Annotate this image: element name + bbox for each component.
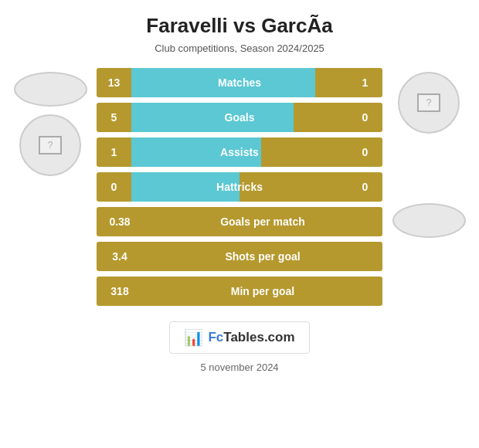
page-subtitle: Club competitions, Season 2024/2025: [8, 42, 471, 54]
logo-text: FcTables.com: [208, 330, 294, 345]
page-title: Faravelli vs GarcÃa: [8, 14, 471, 38]
left-avatars: ?: [8, 68, 93, 176]
stat-left-value: 1: [97, 146, 131, 158]
stat-label: Hattricks: [216, 181, 263, 193]
stat-row: 3.4Shots per goal: [97, 242, 382, 271]
right-team-logo-ellipse: [392, 203, 466, 238]
stat-label: Min per goal: [143, 285, 382, 297]
stat-bar-container: Matches: [131, 68, 348, 97]
stat-left-value: 5: [97, 111, 131, 124]
left-team-logo-ellipse: [14, 72, 87, 107]
stat-label: Matches: [218, 76, 261, 89]
logo-container: 📊 FcTables.com: [0, 321, 479, 354]
stat-right-value: 1: [348, 76, 382, 89]
stat-bar-container: Goals: [131, 103, 348, 132]
stat-right-value: 0: [348, 146, 382, 158]
stat-left-value: 318: [97, 285, 143, 297]
right-player-avatar: ?: [398, 72, 460, 134]
stat-label: Assists: [220, 146, 259, 158]
left-player-avatar: ?: [19, 114, 81, 176]
fctables-icon: 📊: [184, 328, 203, 347]
stat-left-value: 0: [97, 181, 131, 193]
stat-label: Goals per match: [143, 216, 382, 228]
stat-bar-fill: [131, 103, 294, 132]
stat-row: 5Goals0: [97, 103, 382, 132]
main-content: ? 13Matches15Goals01Assists00Hattricks00…: [0, 60, 479, 307]
stat-right-value: 0: [348, 181, 382, 193]
stat-row: 13Matches1: [97, 68, 382, 97]
stat-row: 0.38Goals per match: [97, 207, 382, 236]
stat-bar-container: Assists: [131, 137, 348, 167]
stat-label: Goals: [225, 111, 255, 124]
footer-date: 5 november 2024: [0, 361, 479, 373]
right-avatars: ?: [386, 68, 471, 238]
stat-row: 1Assists0: [97, 137, 382, 167]
stats-container: 13Matches15Goals01Assists00Hattricks00.3…: [93, 68, 386, 307]
stat-bar-container: Hattricks: [131, 172, 348, 202]
header: Faravelli vs GarcÃa Club competitions, S…: [0, 0, 479, 60]
page-container: Faravelli vs GarcÃa Club competitions, S…: [0, 0, 479, 448]
stat-left-value: 0.38: [97, 216, 143, 228]
stat-left-value: 13: [97, 76, 131, 89]
stat-row: 0Hattricks0: [97, 172, 382, 202]
stat-row: 318Min per goal: [97, 277, 382, 306]
logo-box: 📊 FcTables.com: [169, 321, 309, 354]
right-player-icon: ?: [417, 93, 440, 112]
stat-right-value: 0: [348, 111, 382, 124]
stat-label: Shots per goal: [143, 250, 382, 263]
stat-left-value: 3.4: [97, 250, 143, 263]
left-player-icon: ?: [39, 136, 62, 154]
